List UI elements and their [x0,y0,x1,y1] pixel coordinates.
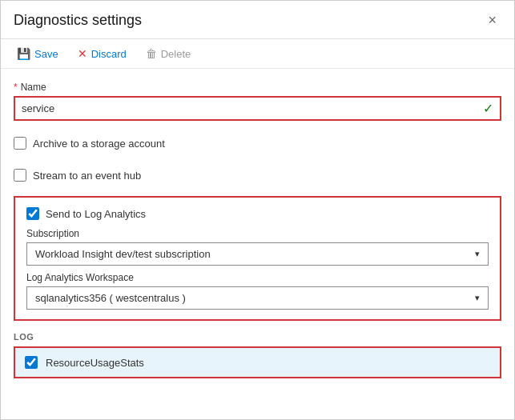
workspace-select-wrapper: sqlanalytics356 ( westcentralus ) ▾ [26,286,489,310]
subscription-select-wrapper: Workload Insight dev/test subscription ▾ [26,242,489,266]
log-analytics-checkbox[interactable] [26,207,39,220]
delete-label: Delete [161,48,191,60]
archive-checkbox-row: Archive to a storage account [14,132,501,154]
content-area: * Name ✓ Archive to a storage account St… [1,69,514,419]
toolbar: 💾 Save ✕ Discard 🗑 Delete [1,39,514,69]
log-analytics-label: Send to Log Analytics [46,208,146,220]
resource-usage-stats-label: ResourceUsageStats [46,357,144,369]
workspace-select[interactable]: sqlanalytics356 ( westcentralus ) [27,287,467,309]
subscription-chevron-icon: ▾ [467,249,488,259]
stream-checkbox[interactable] [14,169,26,182]
close-button[interactable]: × [483,10,501,30]
dialog-title: Diagnostics settings [14,12,142,29]
name-label: * Name [14,82,501,93]
required-indicator: * [14,82,18,93]
stream-checkbox-row: Stream to an event hub [14,164,501,186]
name-input[interactable] [15,98,477,119]
log-analytics-section: Send to Log Analytics Subscription Workl… [14,196,501,321]
title-bar: Diagnostics settings × [1,1,514,39]
log-section-label: LOG [14,332,501,342]
save-icon: 💾 [17,47,30,60]
delete-icon: 🗑 [146,47,157,60]
discard-label: Discard [91,48,127,60]
input-valid-icon: ✓ [477,101,500,116]
log-row: ResourceUsageStats [15,348,500,377]
workspace-label: Log Analytics Workspace [26,272,489,283]
archive-checkbox[interactable] [14,137,26,150]
resource-usage-stats-checkbox[interactable] [25,356,38,369]
save-button[interactable]: 💾 Save [14,46,62,62]
name-field-label-text: Name [21,82,46,93]
name-input-wrapper: ✓ [14,96,501,121]
delete-button[interactable]: 🗑 Delete [143,46,195,62]
workspace-chevron-icon: ▾ [467,293,488,303]
archive-label: Archive to a storage account [33,138,165,150]
subscription-select[interactable]: Workload Insight dev/test subscription [27,243,467,265]
discard-icon: ✕ [78,47,87,60]
name-field-group: * Name ✓ [14,82,501,121]
log-section: LOG ResourceUsageStats [14,332,501,378]
subscription-label: Subscription [26,228,489,239]
stream-label: Stream to an event hub [33,170,141,182]
diagnostics-dialog: Diagnostics settings × 💾 Save ✕ Discard … [0,0,515,420]
send-to-log-analytics-row: Send to Log Analytics [26,207,489,220]
save-label: Save [34,48,58,60]
discard-button[interactable]: ✕ Discard [74,46,130,62]
log-rows-container: ResourceUsageStats [14,346,501,378]
